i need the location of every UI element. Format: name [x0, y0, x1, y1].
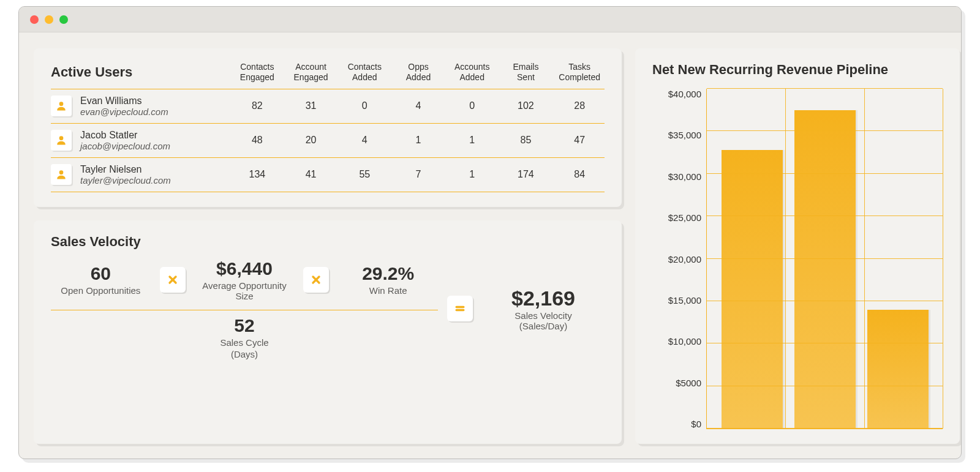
gridline — [864, 89, 865, 429]
gridline — [707, 428, 943, 429]
avg-opportunity-size-metric: $6,440 Average Opportunity Size — [195, 258, 295, 301]
cell: 1 — [393, 135, 443, 146]
svg-point-2 — [59, 170, 64, 174]
cell: 84 — [554, 169, 605, 180]
gridline — [707, 386, 943, 386]
sales-cycle-label-2: (Days) — [51, 349, 438, 359]
cell: 31 — [286, 100, 336, 111]
gridline — [707, 215, 943, 216]
win-rate-label: Win Rate — [338, 285, 438, 296]
revenue-pipeline-title: Net New Recurring Revenue Pipeline — [652, 62, 943, 78]
cell: 1 — [447, 169, 497, 180]
chart-bars — [707, 89, 943, 429]
table-row: Evan Williams evan@vipecloud.com 82 31 0… — [51, 89, 605, 124]
cell: 4 — [393, 100, 443, 111]
equals-icon — [447, 296, 473, 321]
revenue-pipeline-card: Net New Recurring Revenue Pipeline $40,0… — [635, 48, 960, 444]
win-rate-value: 29.2% — [338, 263, 438, 284]
sales-velocity-value: $2,169 — [482, 287, 605, 310]
col-tasks-completed: Tasks Completed — [554, 62, 605, 83]
cell: 7 — [393, 169, 443, 180]
window-titlebar — [19, 7, 961, 32]
table-row: Tayler Nielsen tayler@vipecloud.com 134 … — [51, 158, 605, 192]
col-contacts-engaged: Contacts Engaged — [232, 62, 282, 83]
y-tick: $25,000 — [668, 212, 701, 223]
app-window: Active Users Contacts Engaged Account En… — [18, 6, 962, 459]
col-account-engaged: Account Engaged — [286, 62, 336, 83]
y-tick: $30,000 — [668, 171, 701, 182]
cell: 41 — [286, 169, 336, 180]
chart-plot-area — [706, 89, 943, 429]
y-tick: $10,000 — [668, 336, 701, 347]
cell: 0 — [447, 100, 497, 111]
avg-opportunity-size-label: Average Opportunity Size — [195, 280, 295, 301]
cell: 134 — [232, 169, 282, 180]
chart-bar — [722, 150, 783, 429]
y-tick: $15,000 — [668, 295, 701, 305]
sales-velocity-label-2: (Sales/Day) — [482, 321, 605, 331]
active-users-card: Active Users Contacts Engaged Account En… — [34, 48, 622, 207]
cell: 47 — [554, 135, 605, 146]
sales-cycle-metric: 52 Sales Cycle (Days) — [51, 315, 438, 359]
active-users-header-row: Active Users Contacts Engaged Account En… — [51, 62, 605, 89]
user-avatar-icon — [51, 130, 72, 151]
cell: 102 — [501, 100, 551, 111]
open-opportunities-value: 60 — [51, 263, 151, 284]
y-axis-labels: $40,000 $35,000 $30,000 $25,000 $20,000 … — [652, 89, 701, 429]
gridline — [707, 258, 943, 259]
formula-divider — [51, 310, 438, 310]
user-name: Evan Williams — [80, 96, 168, 107]
y-tick: $35,000 — [668, 130, 701, 140]
multiply-icon — [303, 267, 329, 293]
cell: 1 — [447, 135, 497, 146]
window-zoom-button[interactable] — [59, 15, 68, 24]
cell: 48 — [232, 135, 282, 146]
gridline — [707, 343, 943, 343]
user-name: Jacob Statler — [80, 130, 170, 141]
sales-velocity-title: Sales Velocity — [51, 234, 605, 250]
window-minimize-button[interactable] — [45, 15, 53, 24]
cell: 28 — [554, 100, 605, 111]
gridline — [943, 89, 943, 429]
sales-velocity-card: Sales Velocity 60 Open Opportunities $6,… — [34, 220, 622, 444]
open-opportunities-metric: 60 Open Opportunities — [51, 263, 151, 296]
y-tick: $0 — [691, 419, 701, 429]
gridline — [707, 301, 943, 301]
sales-velocity-result: $2,169 Sales Velocity (Sales/Day) — [482, 287, 605, 331]
gridline — [707, 173, 943, 174]
y-tick: $20,000 — [668, 254, 701, 264]
cell: 20 — [286, 135, 336, 146]
col-contacts-added: Contacts Added — [339, 62, 390, 83]
avg-opportunity-size-value: $6,440 — [195, 258, 295, 279]
gridline — [707, 88, 943, 89]
user-avatar-icon — [51, 96, 72, 116]
open-opportunities-label: Open Opportunities — [51, 285, 151, 296]
cell: 82 — [232, 100, 282, 111]
svg-point-1 — [59, 136, 64, 140]
window-close-button[interactable] — [30, 15, 39, 24]
multiply-icon — [160, 267, 186, 293]
y-tick: $40,000 — [668, 89, 701, 99]
col-emails-sent: Emails Sent — [501, 62, 551, 83]
svg-point-0 — [59, 102, 64, 106]
chart-bar — [794, 110, 856, 429]
cell: 55 — [339, 169, 390, 180]
cell: 4 — [339, 135, 390, 146]
bar-chart: $40,000 $35,000 $30,000 $25,000 $20,000 … — [652, 89, 943, 429]
sales-cycle-label-1: Sales Cycle — [51, 337, 438, 348]
gridline — [707, 130, 943, 131]
user-email: tayler@vipecloud.com — [80, 175, 171, 185]
chart-bar — [867, 310, 929, 429]
cell: 174 — [501, 169, 551, 180]
sales-velocity-label-1: Sales Velocity — [482, 310, 605, 321]
cell: 85 — [501, 135, 551, 146]
user-name: Tayler Nielsen — [80, 164, 171, 175]
user-email: jacob@vipecloud.com — [80, 141, 170, 151]
user-avatar-icon — [51, 164, 72, 185]
col-accounts-added: Accounts Added — [447, 62, 497, 83]
gridline — [785, 89, 786, 429]
cell: 0 — [339, 100, 390, 111]
dashboard-content: Active Users Contacts Engaged Account En… — [19, 32, 961, 459]
col-opps-added: Opps Added — [393, 62, 443, 83]
win-rate-metric: 29.2% Win Rate — [338, 263, 438, 296]
